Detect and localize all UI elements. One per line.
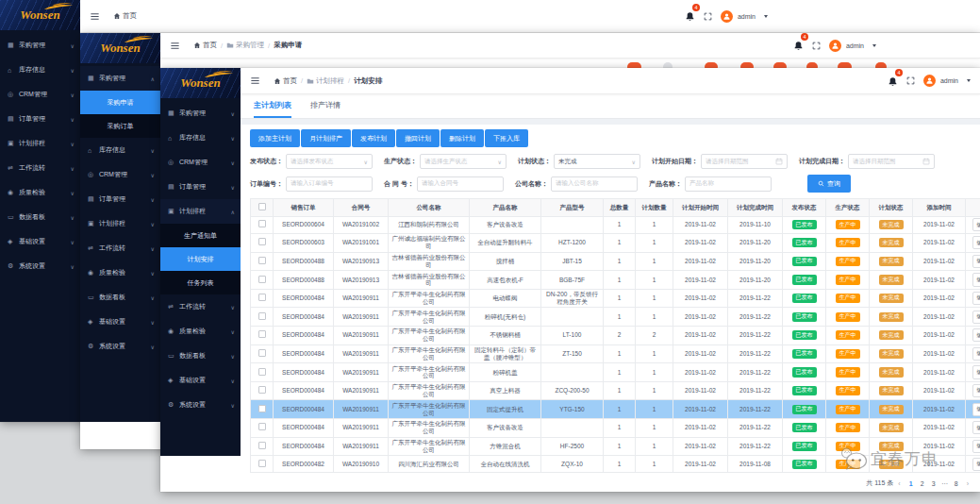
edit-button[interactable]: 编辑 <box>972 403 980 416</box>
table-row[interactable]: SEORD000484WA20190911广东开平牵牛生化制药有限公司粉碎机盖1… <box>251 363 980 382</box>
table-row[interactable]: SEORD000484WA20190911广东开平牵牛生化制药有限公司粉碎机(无… <box>251 308 980 327</box>
tab-scheduling-detail[interactable]: 排产详情 <box>310 94 341 118</box>
row-checkbox[interactable] <box>258 405 266 412</box>
sidebar-item-crm[interactable]: ◎CRM管理∨ <box>160 150 241 175</box>
sidebar-item-sys[interactable]: ⚙系统设置∨ <box>80 334 160 359</box>
table-row[interactable]: SEORD000484WA20190911广东开平牵牛生化制药有限公司不锈钢料桶… <box>251 326 980 344</box>
page-button[interactable]: 1 <box>905 478 917 489</box>
publish-plan-button[interactable]: 发布计划 <box>352 129 395 147</box>
sidebar-item-board[interactable]: ▭数据看板∨ <box>80 285 160 310</box>
hamburger-menu-icon[interactable] <box>170 41 180 51</box>
edit-button[interactable]: 编辑 <box>972 365 980 378</box>
fullscreen-icon[interactable] <box>704 12 712 21</box>
page-button[interactable]: 8 <box>951 478 962 489</box>
username[interactable]: admin <box>738 13 756 20</box>
row-checkbox[interactable] <box>258 368 266 376</box>
table-row[interactable]: SEORD000482WA20190910四川海汇药业有限公司全自动在线清洗机Z… <box>251 456 980 473</box>
product-name-input[interactable]: 产品名称 <box>685 176 772 192</box>
row-checkbox[interactable] <box>258 442 266 449</box>
row-checkbox[interactable] <box>258 349 266 357</box>
edit-button[interactable]: 编辑 <box>972 328 980 342</box>
sidebar-subitem[interactable]: 任务列表 <box>160 271 241 294</box>
sidebar-item-crm[interactable]: ◎CRM管理∨ <box>0 82 80 107</box>
table-row[interactable]: SEORD000484WA20190911广东开平牵牛生化制药有限公司电动蝶阀D… <box>251 289 980 308</box>
tab-main-plan-list[interactable]: 主计划列表 <box>254 94 291 118</box>
plan-status-select[interactable]: 未完成∨ <box>554 154 640 169</box>
sidebar-subitem[interactable]: 生产通知单 <box>160 224 241 247</box>
row-checkbox[interactable] <box>258 276 266 283</box>
withdraw-plan-button[interactable]: 撤回计划 <box>396 129 440 147</box>
edit-button[interactable]: 编辑 <box>972 421 980 434</box>
table-row[interactable]: SEORD000603WA20191001广州诚志福瑞制药业有限公司全自动提升翻… <box>251 233 980 252</box>
table-row[interactable]: SEORD000484WA20190911广东开平牵牛生化制药有限公司固定转料斗… <box>251 344 980 363</box>
plan-start-date-input[interactable]: 请选择日期范围 <box>701 154 788 169</box>
sidebar-item-sys[interactable]: ⚙系统设置∨ <box>160 393 241 417</box>
contract-no-input[interactable]: 请输入合同号 <box>417 176 504 192</box>
edit-button[interactable]: 编辑 <box>972 384 980 397</box>
select-all-checkbox[interactable] <box>258 203 266 210</box>
table-row[interactable]: SEORD000484WA20190911广东开平牵牛生化制药有限公司方锥混合机… <box>251 437 980 456</box>
avatar[interactable] <box>721 10 733 23</box>
sidebar-item-crm[interactable]: ◎CRM管理∨ <box>80 162 160 187</box>
notifications-button[interactable]: 4 <box>888 73 898 90</box>
next-page-button[interactable]: › <box>967 480 969 487</box>
table-row[interactable]: SEORD000488WA20190913吉林省德善药业股份有限公司高速包衣机-… <box>251 271 980 290</box>
row-checkbox[interactable] <box>258 257 266 264</box>
row-checkbox[interactable] <box>258 312 266 320</box>
row-checkbox[interactable] <box>258 220 266 227</box>
month-plan-schedule-button[interactable]: 月计划排产 <box>301 129 351 147</box>
fullscreen-icon[interactable] <box>906 76 915 85</box>
table-row[interactable]: SEORD000484WA20190911广东开平牵牛生化制药有限公司固定式提升… <box>251 400 980 419</box>
sidebar-item-stock[interactable]: ⌂库存信息∨ <box>80 138 160 162</box>
sidebar-subitem[interactable]: 采购订单 <box>80 114 160 138</box>
sidebar-item-quality[interactable]: ◉质量检验∨ <box>160 319 241 344</box>
table-row[interactable]: SEORD000484WA20190911广东开平牵牛生化制药有限公司客户设备改… <box>251 418 980 437</box>
sidebar-item-purchase[interactable]: ▦采购管理∧ <box>80 66 160 91</box>
row-checkbox[interactable] <box>258 330 266 338</box>
sidebar-item-purchase[interactable]: ▦采购管理∨ <box>0 33 80 58</box>
caret-down-icon[interactable] <box>764 15 768 18</box>
search-button[interactable]: 查询 <box>807 175 851 193</box>
sidebar-item-board[interactable]: ▭数据看板∨ <box>0 205 80 229</box>
edit-button[interactable]: 编辑 <box>972 292 980 305</box>
sidebar-item-order[interactable]: ▤订单管理∨ <box>80 187 160 211</box>
username[interactable]: admin <box>846 42 864 49</box>
delete-plan-button[interactable]: 删除计划 <box>440 129 484 147</box>
edit-button[interactable]: 编辑 <box>972 440 980 453</box>
add-main-plan-button[interactable]: 添加主计划 <box>250 129 300 147</box>
row-checkbox[interactable] <box>258 460 266 467</box>
sidebar-item-plan[interactable]: ▣计划排程∧ <box>160 199 241 224</box>
sidebar-item-base[interactable]: ◈基础设置∨ <box>160 368 241 393</box>
sidebar-item-plan[interactable]: ▣计划排程∨ <box>80 211 160 236</box>
row-checkbox[interactable] <box>258 386 266 394</box>
edit-button[interactable]: 编辑 <box>972 255 980 268</box>
sidebar-item-flow[interactable]: ⇌工作流转∨ <box>0 156 80 180</box>
edit-button[interactable]: 编辑 <box>972 273 980 286</box>
push-to-stock-button[interactable]: 下推入库 <box>485 129 528 147</box>
page-button[interactable]: 2 <box>917 478 928 489</box>
page-button[interactable]: 3 <box>928 478 939 489</box>
row-checkbox[interactable] <box>258 294 266 301</box>
hamburger-menu-icon[interactable] <box>250 76 260 86</box>
sidebar-item-plan[interactable]: ▣计划排程∨ <box>0 131 80 156</box>
sidebar-item-base[interactable]: ◈基础设置∨ <box>0 229 80 254</box>
hamburger-menu-icon[interactable] <box>90 11 100 22</box>
page-button[interactable]: ··· <box>939 478 951 489</box>
sidebar-item-quality[interactable]: ◉质量检验∨ <box>0 180 80 205</box>
caret-down-icon[interactable] <box>872 44 876 47</box>
edit-button[interactable]: 编辑 <box>972 458 980 471</box>
edit-button[interactable]: 编辑 <box>972 311 980 324</box>
production-status-select[interactable]: 请选择生产状态∨ <box>420 154 507 169</box>
avatar[interactable] <box>829 40 841 52</box>
table-row[interactable]: SEORD000604WA20191002江西和朗制药有限公司客户设备改造112… <box>251 216 980 233</box>
edit-button[interactable]: 编辑 <box>972 236 980 249</box>
sidebar-item-stock[interactable]: ⌂库存信息∨ <box>0 58 80 82</box>
edit-button[interactable]: 编辑 <box>972 347 980 361</box>
sidebar-subitem[interactable]: 采购申请 <box>80 91 160 114</box>
table-row[interactable]: SEORD000484WA20190911广东开平牵牛生化制药有限公司真空上料器… <box>251 381 980 400</box>
sidebar-item-sys[interactable]: ⚙系统设置∨ <box>0 254 80 278</box>
row-checkbox[interactable] <box>258 238 266 245</box>
sidebar-subitem[interactable]: 计划安排 <box>160 247 241 271</box>
sidebar-item-quality[interactable]: ◉质量检验∨ <box>80 260 160 285</box>
sidebar-item-flow[interactable]: ⇌工作流转∨ <box>160 294 241 319</box>
